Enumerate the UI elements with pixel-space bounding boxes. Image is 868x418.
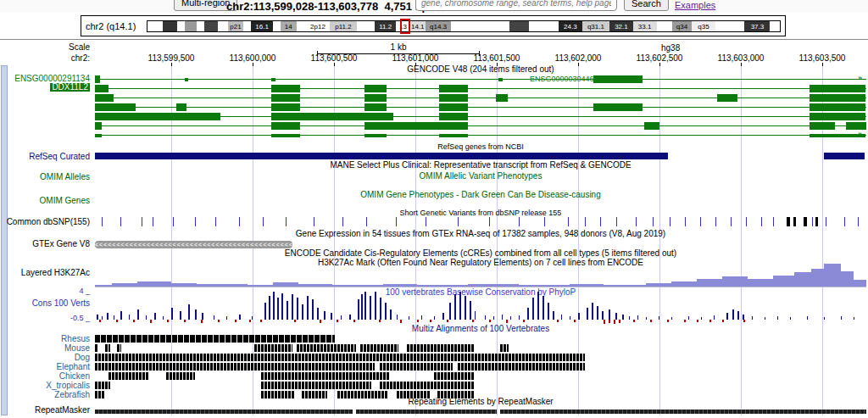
chromosome-band: q14.3 — [426, 21, 451, 31]
refseq-subtitle: RefSeq genes from NCBI — [95, 142, 866, 151]
h3k27ac-bar — [773, 276, 794, 287]
snp-tick — [746, 217, 747, 226]
gtex-band: <<<<<<<<<<<<<<<<<<<<<<<<<<<<<<<<<<<<<<<<… — [95, 241, 292, 248]
search-button[interactable]: Search — [624, 0, 669, 11]
omim-alleles-title: OMIM Allelic Variant Phenotypes — [95, 172, 866, 181]
track-label-dbsnp[interactable]: Common dbSNP(155) — [0, 218, 90, 226]
search-input[interactable] — [415, 0, 617, 11]
track-label-omim-genes[interactable]: OMIM Genes — [0, 197, 90, 205]
track-label-cons[interactable]: Cons 100 Verts — [0, 299, 90, 308]
exon-block — [593, 103, 643, 111]
species-label[interactable]: Mouse — [0, 344, 90, 353]
cons-bar — [317, 308, 319, 320]
chromosome-ideogram[interactable]: chr2 (q14.1) p2116.1142p12p11.211.21314.… — [81, 15, 786, 36]
alignment-block — [95, 363, 375, 371]
cons-bar — [188, 304, 190, 320]
transcript-row[interactable]: » — [95, 94, 866, 103]
transcript-row[interactable]: » — [95, 131, 866, 140]
species-label[interactable]: Zebrafish — [0, 391, 90, 399]
alignment-row[interactable] — [95, 372, 866, 380]
alignment-row[interactable] — [95, 344, 866, 352]
snp-tick — [670, 217, 670, 226]
strand-arrow-icon: » — [858, 120, 862, 129]
species-label[interactable]: Chicken — [0, 372, 90, 381]
snp-tick — [844, 217, 845, 226]
ideogram-bands[interactable]: p2116.1142p12p11.211.21314.1q14.324.3q31… — [147, 20, 781, 32]
alignment-row[interactable] — [95, 335, 866, 343]
repeat-bar — [356, 410, 497, 414]
alignment-block — [95, 391, 105, 398]
cons-bar — [195, 309, 197, 320]
track-label-omim-alleles[interactable]: OMIM Alleles — [0, 173, 90, 181]
cons-neg-bar — [218, 320, 220, 322]
track-label-repeatmasker[interactable]: RepeatMasker — [0, 406, 90, 415]
exon-block — [271, 78, 275, 81]
cons-axis-max: 4 _ — [0, 287, 90, 295]
snp-tick-dark — [804, 217, 807, 226]
cons-bar — [459, 292, 461, 320]
cons-bar — [269, 296, 270, 320]
snp-tick — [314, 217, 314, 226]
alignment-row[interactable] — [95, 363, 866, 371]
chromosome-band: q31.1 — [582, 21, 609, 31]
transcript-row[interactable]: » — [95, 103, 866, 112]
cons-bar — [409, 316, 409, 320]
snp-tick — [195, 217, 196, 226]
cons-bar — [737, 311, 739, 320]
species-label[interactable]: X_tropicalis — [0, 382, 90, 390]
cons-bar — [790, 317, 791, 320]
cons-bar — [553, 311, 554, 320]
alignment-row[interactable] — [95, 382, 866, 389]
cons-bar — [532, 298, 534, 320]
cons-bar — [312, 299, 314, 320]
chromosome-band — [204, 21, 218, 31]
browser-image[interactable]: Scale 1 kb hg38 chr2: 113,599,500113,600… — [0, 39, 868, 418]
strand-arrow-icon: » — [858, 130, 862, 138]
snp-tick — [653, 217, 654, 226]
gene-label-ddx11l2[interactable]: DDX11L2 — [0, 83, 90, 92]
ccres-title: ENCODE Candidate Cis-Regulatory Elements… — [95, 249, 866, 258]
cons-bar — [659, 316, 659, 320]
species-label[interactable]: Dog — [0, 354, 90, 362]
transcript-row[interactable]: » — [95, 122, 866, 131]
exon-block — [271, 134, 300, 137]
alignment-block — [397, 391, 431, 398]
alignment-block — [254, 344, 292, 352]
exon-block — [95, 85, 108, 92]
ddx11l2-chip[interactable]: DDX11L2 — [50, 83, 90, 92]
alignment-block — [166, 372, 195, 380]
transcript-row[interactable]: » — [95, 75, 866, 84]
cons-bar — [281, 293, 283, 320]
track-label-h3k27ac[interactable]: Layered H3K27Ac — [0, 269, 90, 277]
cons-neg-bar — [609, 320, 610, 323]
snp-tick — [102, 217, 103, 226]
exon-block — [439, 103, 468, 111]
transcript-row[interactable]: » — [95, 113, 866, 121]
transcript-row[interactable]: » — [95, 85, 866, 93]
alignment-row[interactable] — [95, 391, 866, 398]
chromosome-band — [243, 21, 251, 31]
intron-line — [95, 107, 866, 108]
phylop-title: 100 vertebrates Basewise Conservation by… — [95, 288, 866, 297]
chromosome-band: 2p12 — [306, 21, 330, 31]
species-label[interactable]: Rhesus — [0, 335, 90, 343]
alignment-row[interactable] — [95, 354, 866, 361]
tick-label: 113,602,500 — [621, 53, 698, 63]
examples-link[interactable]: Examples — [675, 0, 715, 10]
cons-neg-bar — [294, 320, 296, 322]
cons-bar — [510, 316, 511, 320]
cons-bar — [454, 294, 456, 320]
cons-bar — [475, 311, 476, 320]
exon-block — [717, 94, 737, 102]
snp-tick — [715, 217, 716, 226]
cons-neg-bar — [743, 320, 745, 322]
exon-block — [496, 94, 508, 102]
track-label-gtex[interactable]: GTEx Gene V8 — [0, 240, 90, 248]
track-label-refseq-curated[interactable]: RefSeq Curated — [0, 153, 90, 161]
species-label[interactable]: Elephant — [0, 363, 90, 371]
alignment-block — [105, 344, 110, 352]
gene-label-ensg00000304466[interactable]: ENSG00000304466 — [530, 75, 598, 83]
exon-block — [439, 134, 468, 137]
intron-line — [95, 98, 866, 98]
snp-tick-dark — [815, 217, 818, 226]
